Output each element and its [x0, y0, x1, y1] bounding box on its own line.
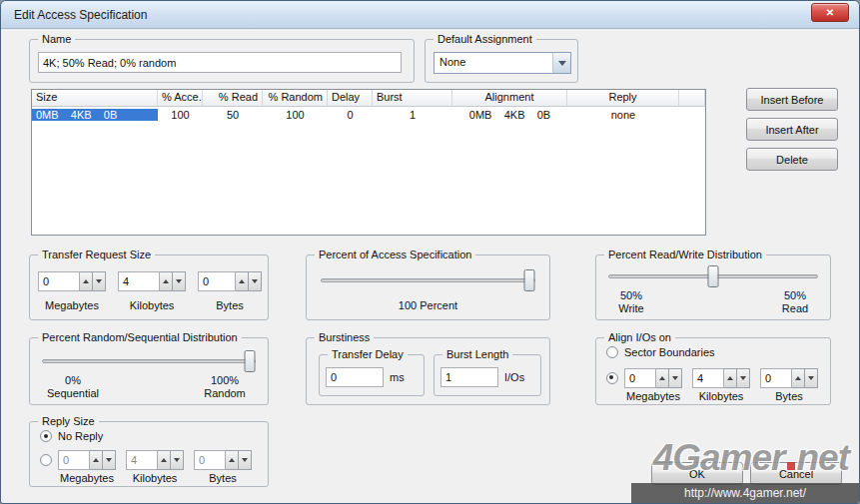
spin-down-button[interactable] — [173, 271, 186, 291]
insert-before-button[interactable]: Insert Before — [746, 88, 838, 111]
arrow-up-icon — [163, 276, 169, 283]
ok-button[interactable]: OK — [651, 462, 743, 485]
sequential-label: 0% Sequential — [38, 374, 108, 400]
spin-up-button[interactable] — [656, 368, 669, 388]
write-percent: 50% — [608, 289, 654, 302]
align-custom-radio[interactable] — [606, 372, 618, 384]
spin-down-button[interactable] — [93, 271, 106, 291]
close-button[interactable]: ✕ — [811, 3, 849, 22]
reply-megabytes-spinner — [58, 450, 116, 470]
burst-length-label: Burst Length — [442, 348, 512, 360]
burst-length-input[interactable] — [440, 367, 498, 387]
no-reply-radio[interactable] — [40, 430, 52, 442]
default-assignment-label: Default Assignment — [433, 33, 536, 45]
burstiness-label: Burstiness — [315, 331, 374, 343]
spin-up-button[interactable] — [226, 450, 239, 470]
arrow-up-icon — [727, 373, 733, 380]
column-header-read[interactable]: % Read — [203, 90, 263, 107]
arrow-down-icon — [176, 279, 182, 286]
table-row[interactable]: 0MB 4KB 0B 100 50 100 0 1 0MB 4KB 0B non… — [32, 107, 705, 122]
percent-access-value: 100 Percent — [307, 299, 549, 311]
reply-custom-radio[interactable] — [40, 454, 52, 466]
trs-kilobytes-spinner — [118, 271, 186, 291]
spin-down-button[interactable] — [239, 450, 252, 470]
spin-down-button[interactable] — [103, 450, 116, 470]
cell-access: 100 — [158, 109, 203, 121]
no-reply-option[interactable]: No Reply — [40, 430, 103, 442]
trs-kilobytes-input[interactable] — [118, 271, 160, 291]
arrow-up-icon — [239, 276, 245, 283]
column-header-random[interactable]: % Random — [263, 90, 328, 107]
column-header-burst[interactable]: Burst — [373, 90, 452, 107]
spin-down-button[interactable] — [669, 368, 682, 388]
name-group-label: Name — [38, 33, 75, 45]
sector-boundaries-text: Sector Boundaries — [624, 346, 715, 358]
column-header-size[interactable]: Size — [32, 90, 158, 107]
spin-down-button[interactable] — [737, 368, 750, 388]
slider-thumb[interactable] — [708, 265, 719, 287]
reply-bytes-spinner — [194, 450, 252, 470]
cell-burst: 1 — [373, 109, 452, 121]
slider-thumb[interactable] — [524, 269, 535, 291]
reply-kilobytes-input[interactable] — [126, 450, 158, 470]
transfer-delay-unit: ms — [390, 371, 405, 383]
random-sequential-label: Percent Random/Sequential Distribution — [38, 331, 242, 343]
column-header-access[interactable]: % Acce... — [158, 90, 203, 107]
read-write-right-label: 50% Read — [772, 289, 818, 315]
name-input[interactable] — [38, 52, 402, 73]
spin-up-button[interactable] — [160, 271, 173, 291]
reply-megabytes-label: Megabytes — [50, 472, 124, 484]
read-write-slider[interactable] — [608, 263, 818, 289]
align-ios-label: Align I/Os on — [604, 331, 675, 343]
transfer-delay-input[interactable] — [326, 367, 384, 387]
default-assignment-select[interactable]: None — [433, 52, 571, 74]
dropdown-button[interactable] — [552, 53, 570, 73]
trs-megabytes-spinner — [38, 271, 106, 291]
spin-up-button[interactable] — [158, 450, 171, 470]
random-sequential-slider[interactable] — [42, 348, 256, 374]
spin-up-button[interactable] — [90, 450, 103, 470]
arrow-down-icon — [242, 458, 248, 465]
spin-up-button[interactable] — [724, 368, 737, 388]
column-header-reply[interactable]: Reply — [567, 90, 679, 107]
sequential-percent: 0% — [38, 374, 108, 387]
spin-down-button[interactable] — [171, 450, 184, 470]
trs-megabytes-input[interactable] — [38, 271, 80, 291]
spin-up-button[interactable] — [80, 271, 93, 291]
align-megabytes-input[interactable] — [624, 368, 656, 388]
read-text: Read — [772, 302, 818, 315]
access-spec-table[interactable]: Size % Acce... % Read % Random Delay Bur… — [31, 89, 706, 236]
sector-boundaries-radio[interactable] — [606, 346, 618, 358]
read-write-left-label: 50% Write — [608, 289, 654, 315]
percent-access-slider[interactable] — [321, 267, 535, 293]
column-header-alignment[interactable]: Alignment — [452, 90, 567, 107]
sequential-text: Sequential — [38, 387, 108, 400]
cancel-label: Cancel — [779, 468, 813, 480]
trs-bytes-input[interactable] — [198, 271, 236, 291]
reply-size-group: Reply Size No Reply Megabytes — [29, 421, 269, 487]
arrow-up-icon — [229, 455, 235, 462]
spin-up-button[interactable] — [236, 271, 249, 291]
slider-thumb[interactable] — [245, 350, 256, 372]
column-header-delay[interactable]: Delay — [328, 90, 373, 107]
align-bytes-input[interactable] — [760, 368, 792, 388]
trs-megabytes-label: Megabytes — [34, 299, 110, 311]
spin-down-button[interactable] — [249, 271, 262, 291]
align-kilobytes-input[interactable] — [692, 368, 724, 388]
insert-after-button[interactable]: Insert After — [746, 118, 838, 141]
reply-megabytes-input[interactable] — [58, 450, 90, 470]
arrow-down-icon — [672, 376, 678, 383]
reply-bytes-input[interactable] — [194, 450, 226, 470]
spin-down-button[interactable] — [805, 368, 818, 388]
spin-up-button[interactable] — [792, 368, 805, 388]
delete-button[interactable]: Delete — [746, 148, 838, 171]
sector-boundaries-option[interactable]: Sector Boundaries — [606, 346, 715, 358]
cancel-button[interactable]: Cancel — [750, 462, 842, 485]
cell-size[interactable]: 0MB 4KB 0B — [32, 109, 158, 121]
arrow-up-icon — [161, 455, 167, 462]
titlebar[interactable]: Edit Access Specification ✕ — [1, 1, 859, 29]
arrow-down-icon — [740, 376, 746, 383]
dialog-content: Name Default Assignment None Size % Acce… — [1, 29, 860, 504]
align-custom-radio-dot — [606, 372, 618, 384]
percent-access-group: Percent of Access Specification 100 Perc… — [306, 254, 550, 320]
